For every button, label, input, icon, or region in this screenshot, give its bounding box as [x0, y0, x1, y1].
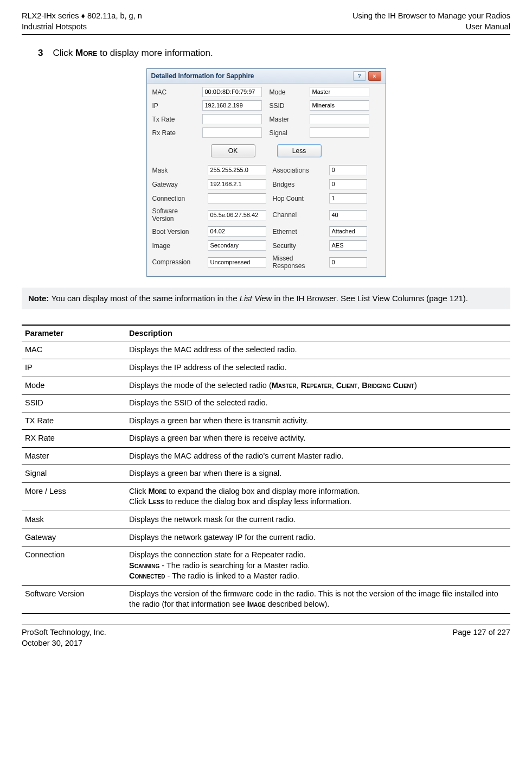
- ssid-field[interactable]: Minerals: [310, 100, 369, 111]
- header-right-line2: User Manual: [352, 22, 510, 33]
- ethernet-label: Ethernet: [273, 228, 323, 236]
- param-name: Software Version: [22, 585, 126, 613]
- table-row: MaskDisplays the network mask for the cu…: [22, 511, 510, 529]
- param-name: RX Rate: [22, 430, 126, 448]
- page-footer: ProSoft Technology, Inc. October 30, 201…: [22, 627, 510, 649]
- param-desc: Displays the IP address of the selected …: [126, 359, 510, 377]
- channel-field[interactable]: 40: [329, 210, 367, 220]
- ethernet-field[interactable]: Attached: [329, 226, 367, 237]
- image-label: Image: [152, 242, 201, 250]
- gateway-field[interactable]: 192.168.2.1: [208, 179, 266, 189]
- mode-label: Mode: [270, 88, 302, 96]
- step-3: 3Click More to display more information.: [38, 48, 510, 59]
- security-label: Security: [273, 242, 323, 250]
- table-row: More / LessClick More to expand the dial…: [22, 482, 510, 511]
- param-desc: Click More to expand the dialog box and …: [126, 482, 510, 511]
- footer-left: ProSoft Technology, Inc. October 30, 201…: [22, 627, 106, 649]
- param-desc: Displays the MAC address of the radio's …: [126, 447, 510, 465]
- table-row: Software VersionDisplays the version of …: [22, 585, 510, 613]
- step-text-after: to display more information.: [97, 48, 213, 58]
- dialog-title-text: Detailed Information for Sapphire: [151, 72, 254, 80]
- master-label: Master: [270, 116, 302, 123]
- footer-right: Page 127 of 227: [453, 627, 510, 649]
- param-name: Mask: [22, 511, 126, 529]
- txrate-label: Tx Rate: [152, 116, 195, 123]
- compression-field[interactable]: Uncompressed: [208, 257, 266, 268]
- dialog-titlebar: Detailed Information for Sapphire ? ×: [147, 69, 386, 84]
- rxrate-label: Rx Rate: [152, 129, 195, 137]
- softver-label: Software Version: [152, 207, 201, 222]
- channel-label: Channel: [273, 211, 323, 219]
- connection-field[interactable]: [208, 193, 266, 204]
- mask-field[interactable]: 255.255.255.0: [208, 165, 266, 175]
- compression-label: Compression: [152, 258, 201, 266]
- associations-label: Associations: [273, 167, 323, 174]
- mask-label: Mask: [152, 167, 201, 174]
- signal-label: Signal: [270, 129, 302, 137]
- image-field[interactable]: Secondary: [208, 240, 266, 251]
- table-row: GatewayDisplays the network gateway IP f…: [22, 529, 510, 546]
- missed-field[interactable]: 0: [329, 257, 367, 268]
- mac-label: MAC: [152, 88, 195, 96]
- bridges-label: Bridges: [273, 181, 323, 188]
- param-name: More / Less: [22, 482, 126, 511]
- bridges-field[interactable]: 0: [329, 179, 367, 189]
- param-desc: Displays the SSID of the selected radio.: [126, 395, 510, 412]
- table-row: MACDisplays the MAC address of the selec…: [22, 341, 510, 359]
- step-more-word: More: [75, 48, 97, 58]
- associations-field[interactable]: 0: [329, 165, 367, 175]
- note-italic: List View: [240, 294, 272, 303]
- param-desc: Displays the network mask for the curren…: [126, 511, 510, 529]
- table-row: ModeDisplays the mode of the selected ra…: [22, 377, 510, 395]
- help-icon[interactable]: ?: [353, 71, 366, 81]
- header-left: RLX2-IHx series ♦ 802.11a, b, g, n Indus…: [22, 11, 142, 32]
- less-button[interactable]: Less: [277, 144, 322, 157]
- header-right: Using the IH Browser to Manage your Radi…: [352, 11, 510, 32]
- bootver-label: Boot Version: [152, 228, 201, 236]
- ip-field[interactable]: 192.168.2.199: [202, 100, 262, 111]
- footer-rule: [22, 625, 510, 625]
- table-row: ConnectionDisplays the connection state …: [22, 546, 510, 586]
- header-rule: [22, 34, 510, 35]
- signal-bar: [310, 128, 369, 138]
- security-field[interactable]: AES: [329, 240, 367, 251]
- hopcount-field[interactable]: 1: [329, 193, 367, 204]
- master-field[interactable]: [310, 114, 369, 124]
- header-left-line1: RLX2-IHx series ♦ 802.11a, b, g, n: [22, 11, 142, 22]
- param-name: Mode: [22, 377, 126, 395]
- missed-label: Missed Responses: [273, 255, 323, 270]
- param-name: MAC: [22, 341, 126, 359]
- step-number: 3: [38, 48, 43, 58]
- ip-label: IP: [152, 102, 195, 110]
- param-name: Gateway: [22, 529, 126, 546]
- ok-button[interactable]: OK: [211, 144, 255, 157]
- table-row: RX RateDisplays a green bar when there i…: [22, 430, 510, 448]
- rxrate-bar: [202, 128, 262, 138]
- param-desc: Displays a green bar when there is recei…: [126, 430, 510, 448]
- gateway-label: Gateway: [152, 181, 201, 188]
- table-row: SignalDisplays a green bar when there is…: [22, 465, 510, 483]
- dialog-detailed-info: Detailed Information for Sapphire ? × MA…: [146, 68, 386, 277]
- mac-field[interactable]: 00:0D:8D:F0:79:97: [202, 87, 262, 97]
- bootver-field[interactable]: 04.02: [208, 226, 266, 237]
- param-desc: Displays the mode of the selected radio …: [126, 377, 510, 395]
- softver-field[interactable]: 05.5e.06.27.58.42: [208, 210, 266, 220]
- ssid-label: SSID: [270, 102, 302, 110]
- note-box: Note: You can display most of the same i…: [22, 288, 510, 309]
- parameter-table: Parameter Description MACDisplays the MA…: [22, 325, 510, 614]
- close-icon[interactable]: ×: [368, 71, 381, 81]
- note-text2: in the IH Browser. See List View Columns…: [272, 294, 468, 303]
- mode-field[interactable]: Master: [310, 87, 369, 97]
- param-name: TX Rate: [22, 412, 126, 430]
- table-row: IPDisplays the IP address of the selecte…: [22, 359, 510, 377]
- param-desc: Displays a green bar when there is trans…: [126, 412, 510, 430]
- param-desc: Displays the version of the firmware cod…: [126, 585, 510, 613]
- param-name: IP: [22, 359, 126, 377]
- param-desc: Displays the MAC address of the selected…: [126, 341, 510, 359]
- note-lead: Note:: [28, 294, 52, 303]
- param-name: Connection: [22, 546, 126, 586]
- table-row: MasterDisplays the MAC address of the ra…: [22, 447, 510, 465]
- note-text1: You can display most of the same informa…: [52, 294, 240, 303]
- page-header: RLX2-IHx series ♦ 802.11a, b, g, n Indus…: [22, 11, 510, 32]
- header-left-line2: Industrial Hotspots: [22, 22, 142, 33]
